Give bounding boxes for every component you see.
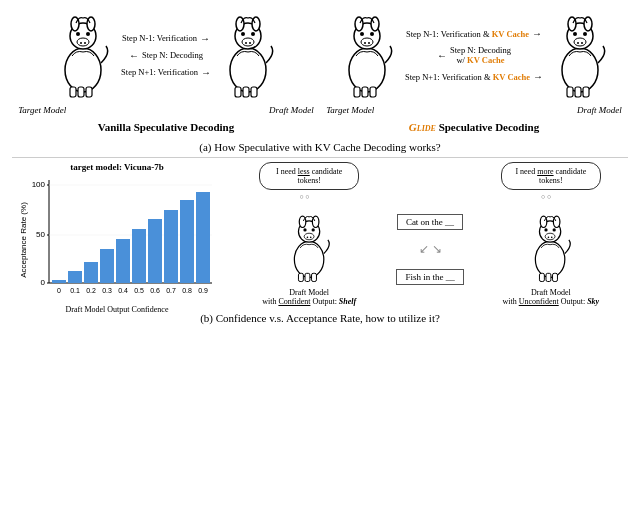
draft-alpaca-left [221, 8, 276, 102]
svg-point-83 [304, 233, 314, 240]
svg-text:0: 0 [57, 287, 61, 294]
left-scenario-label: Draft Model with Confident Output: Shelf [262, 288, 356, 306]
svg-point-40 [574, 38, 586, 46]
svg-rect-101 [546, 273, 551, 281]
svg-rect-102 [553, 273, 558, 281]
right-scenario: I need more candidate tokens! ○ ○ [474, 162, 628, 306]
svg-rect-63 [132, 229, 146, 283]
right-alpaca-bottom [528, 208, 573, 285]
left-thought-bubble: I need less candidate tokens! ○ ○ [259, 162, 359, 190]
svg-text:50: 50 [36, 230, 45, 239]
svg-rect-21 [235, 87, 241, 97]
svg-point-42 [583, 32, 587, 36]
svg-point-98 [548, 237, 550, 239]
svg-rect-62 [116, 239, 130, 283]
svg-point-30 [370, 32, 374, 36]
center-prompts: Cat on the __ ↙ ↘ Fish in the __ [396, 192, 463, 306]
svg-point-7 [80, 42, 82, 44]
svg-rect-47 [583, 87, 589, 97]
bottom-section: target model: Vicuna-7b 0 50 100 [12, 162, 628, 306]
svg-point-6 [86, 32, 90, 36]
svg-point-79 [294, 241, 323, 277]
svg-rect-90 [311, 273, 316, 281]
right-thought-bubble: I need more candidate tokens! ○ ○ [501, 162, 601, 190]
step-n1plus-left: Step N+1: Verification → [121, 67, 211, 78]
glide-panel: Step N-1: Verification & KV Cache → ← St… [326, 8, 622, 137]
svg-point-36 [562, 48, 598, 92]
svg-point-91 [536, 241, 565, 277]
caption-a: (a) How Speculative with KV Cache Decodi… [12, 141, 628, 153]
chart-svg: 0 50 100 [17, 175, 217, 305]
svg-point-5 [76, 32, 80, 36]
svg-point-85 [311, 228, 314, 231]
svg-text:0.1: 0.1 [70, 287, 80, 294]
svg-point-44 [581, 42, 583, 44]
svg-text:0: 0 [41, 278, 46, 287]
svg-point-87 [310, 237, 312, 239]
svg-text:0.8: 0.8 [182, 287, 192, 294]
vanilla-diagram: Step N-1: Verification → ← Step N: Decod… [56, 8, 276, 102]
svg-text:0.5: 0.5 [134, 287, 144, 294]
svg-point-31 [364, 42, 366, 44]
svg-rect-65 [164, 210, 178, 283]
x-axis-label: Draft Model Output Confidence [17, 305, 217, 314]
svg-point-19 [245, 42, 247, 44]
draft-alpaca-right [553, 8, 608, 102]
chart-container: target model: Vicuna-7b 0 50 100 [12, 162, 222, 306]
svg-point-0 [65, 48, 101, 92]
prompt2-box: Fish in the __ [396, 269, 463, 285]
svg-rect-11 [86, 87, 92, 97]
top-section: Step N-1: Verification → ← Step N: Decod… [12, 8, 628, 137]
svg-point-29 [360, 32, 364, 36]
right-illustration: I need less candidate tokens! ○ ○ [232, 162, 628, 306]
svg-rect-34 [362, 87, 368, 97]
svg-point-17 [241, 32, 245, 36]
svg-point-20 [249, 42, 251, 44]
svg-text:0.3: 0.3 [102, 287, 112, 294]
prompt1-box: Cat on the __ [397, 214, 463, 230]
svg-rect-46 [575, 87, 581, 97]
step-n1-left: Step N-1: Verification → [122, 33, 210, 44]
svg-rect-59 [68, 271, 82, 283]
svg-rect-66 [180, 200, 194, 283]
glide-arrows: Step N-1: Verification & KV Cache → ← St… [405, 28, 543, 82]
svg-rect-35 [370, 87, 376, 97]
svg-point-96 [545, 228, 548, 231]
svg-point-97 [553, 228, 556, 231]
svg-point-28 [361, 38, 373, 46]
prompt-arrow-down: ↙ ↘ [419, 242, 442, 257]
svg-point-84 [303, 228, 306, 231]
svg-rect-45 [567, 87, 573, 97]
svg-point-99 [551, 237, 553, 239]
svg-point-8 [84, 42, 86, 44]
svg-text:100: 100 [32, 180, 46, 189]
svg-rect-58 [52, 280, 66, 283]
svg-point-12 [230, 48, 266, 92]
right-scenario-label: Draft Model with Unconfident Output: Sky [502, 288, 599, 306]
divider [12, 157, 628, 158]
svg-point-16 [242, 38, 254, 46]
vanilla-arrows: Step N-1: Verification → ← Step N: Decod… [121, 33, 211, 78]
chart-area: 0 50 100 [17, 175, 217, 305]
svg-rect-10 [78, 87, 84, 97]
svg-point-86 [306, 237, 308, 239]
svg-rect-9 [70, 87, 76, 97]
chart-title: target model: Vicuna-7b [12, 162, 222, 172]
svg-rect-23 [251, 87, 257, 97]
vanilla-title: Vanilla Speculative Decoding [98, 121, 235, 133]
glide-step2: ← Step N: Decodingw/ KV Cache [437, 45, 511, 65]
svg-text:0.2: 0.2 [86, 287, 96, 294]
svg-text:Acceptance Rate (%): Acceptance Rate (%) [19, 202, 28, 278]
svg-text:0.6: 0.6 [150, 287, 160, 294]
main-container: Step N-1: Verification → ← Step N: Decod… [0, 0, 640, 506]
step-n-left: ← Step N: Decoding [129, 50, 203, 61]
svg-text:0.7: 0.7 [166, 287, 176, 294]
svg-text:0.9: 0.9 [198, 287, 208, 294]
svg-rect-88 [298, 273, 303, 281]
glide-model-labels: Target Model Draft Model [326, 105, 622, 115]
glide-title: Glide Speculative Decoding [409, 121, 539, 133]
svg-rect-22 [243, 87, 249, 97]
svg-rect-67 [196, 192, 210, 283]
svg-point-18 [251, 32, 255, 36]
glide-step3: Step N+1: Verification & KV Cache → [405, 71, 543, 82]
